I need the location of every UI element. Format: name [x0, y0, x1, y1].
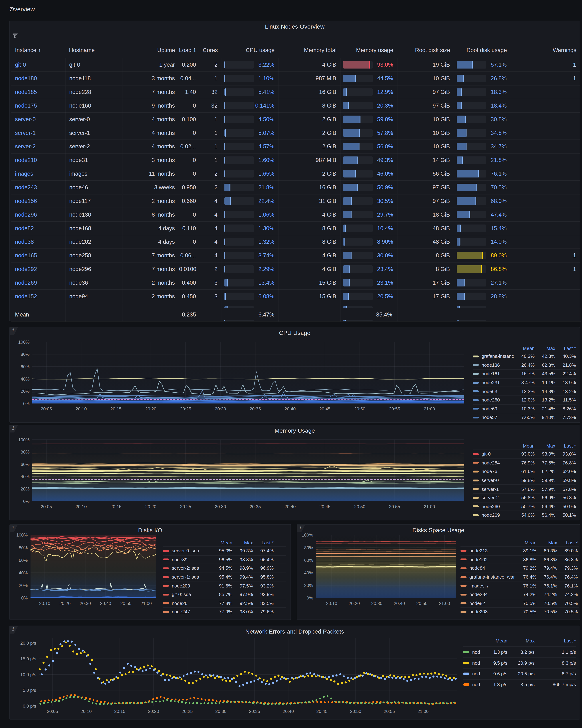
svg-text:40%: 40% [21, 474, 30, 479]
cores-cell: 2 [200, 58, 222, 72]
instance-link[interactable]: node165 [15, 252, 37, 259]
disk-usage-cell: 34.8% [454, 126, 510, 140]
legend-item[interactable]: node256 1.3 p/s3.2 p/s1.1 p/s [463, 646, 576, 657]
legend-item[interactable]: node260 50.7%56.4%50.9% [473, 502, 576, 511]
column-header[interactable]: CPU usage [222, 33, 278, 58]
legend-item[interactable]: node89 96.5%98.8%96.4% [163, 555, 286, 564]
legend-item[interactable]: git-0 93.0%93.0%93.0% [473, 449, 576, 458]
column-header[interactable]: Cores [200, 33, 222, 58]
legend-item[interactable]: node231 8.47%19.1%13.9% [473, 378, 576, 387]
svg-text:20%: 20% [21, 487, 30, 491]
legend-item[interactable]: node209 91.6%97.5%93.2% [163, 581, 286, 590]
instance-link[interactable]: node152 [15, 293, 37, 300]
legend-item[interactable]: node136 26.4%62.3%21.8% [473, 361, 576, 369]
hostname-cell: node228 [65, 85, 122, 99]
column-header[interactable]: Hostname [65, 33, 122, 58]
usage-bar [224, 183, 254, 191]
legend-item[interactable]: git-0: sda 85.7%97.9%93.9% [163, 590, 286, 599]
svg-text:20:30: 20:30 [215, 407, 226, 411]
usage-bar [343, 225, 372, 232]
instance-link[interactable]: server-0 [15, 116, 36, 123]
legend-item[interactable]: node59 1.3 p/s3.5 p/s866.7 mp/s [463, 679, 576, 690]
usage-bar [224, 211, 254, 218]
legend-item[interactable]: node284 76.9%77.5%76.8% [473, 458, 576, 467]
legend-item[interactable]: node178 9.5 p/s20.9 p/s8.3 p/s [463, 657, 576, 668]
instance-link[interactable]: node296 [15, 211, 37, 218]
legend-item[interactable]: node26 77.8%92.5%83.5% [163, 599, 286, 607]
series-color-swatch [163, 558, 169, 561]
hostname-cell: node31 [65, 153, 122, 167]
warnings-cell [511, 222, 580, 235]
svg-text:20:20: 20:20 [148, 709, 159, 714]
instance-link[interactable]: node38 [15, 239, 34, 245]
instance-link[interactable]: node180 [15, 75, 37, 82]
uptime-cell: 7 months [122, 249, 179, 262]
legend-item[interactable]: node284 74.2%74.2%74.2% [461, 590, 579, 599]
legend-item[interactable]: node102 86.8%86.8%86.8% [461, 555, 579, 564]
instance-link[interactable]: node156 [15, 198, 37, 204]
instance-link[interactable]: node175 [15, 102, 37, 109]
column-header[interactable]: Warnings [511, 33, 580, 58]
legend-item[interactable]: grafana-instance 40.3%42.3%40.3% [473, 352, 576, 361]
instance-link[interactable]: git-0 [15, 61, 26, 68]
svg-text:20:55: 20:55 [389, 504, 400, 509]
legend-item[interactable]: node63 13.3%14.8%13.2% [473, 387, 576, 395]
svg-text:20:25: 20:25 [182, 709, 193, 714]
usage-bar [456, 75, 486, 82]
column-header[interactable]: Memory total [278, 33, 340, 58]
legend-item[interactable]: grafana-instance: /var 76.4%76.4%76.4% [461, 572, 579, 581]
legend-item[interactable]: node213 89.1%89.3%89.0% [461, 546, 579, 555]
legend-item[interactable]: node76 61.6%62.2%62.0% [473, 467, 576, 476]
svg-text:20:25: 20:25 [180, 504, 191, 509]
svg-text:21:00: 21:00 [424, 504, 435, 509]
legend-item[interactable]: images: / 76.1%76.1%76.1% [461, 581, 579, 590]
legend-header: MeanMaxLast * [473, 344, 576, 352]
series-color-swatch [163, 567, 169, 569]
instance-link[interactable]: images [15, 171, 33, 177]
column-header[interactable]: Uptime [122, 33, 179, 58]
instance-link[interactable]: node269 [15, 279, 37, 286]
instance-link[interactable]: node185 [15, 89, 37, 95]
instance-link[interactable]: server-2 [15, 143, 36, 150]
legend-item[interactable]: node260 12.0%13.2%11.5% [473, 395, 576, 404]
legend-item[interactable]: node269 54.0%56.4%50.1% [473, 511, 576, 519]
legend-item[interactable]: server-0 59.8%59.9%59.8% [473, 476, 576, 485]
row-header-overview[interactable]: Overview [9, 6, 35, 13]
table-row: node185 node228 7 months 1.40 32 5.41% 1… [11, 85, 580, 99]
series-color-swatch [461, 611, 467, 613]
instance-link[interactable]: node82 [15, 225, 34, 232]
instance-link[interactable]: node292 [15, 266, 37, 272]
column-header[interactable]: Root disk usage [454, 33, 510, 58]
column-header[interactable]: Root disk size [397, 33, 454, 58]
disk-size-cell: 48 GiB [397, 222, 454, 235]
legend-item[interactable]: node69 10.3%21.4%8.26% [473, 404, 576, 413]
disk-usage-cell: 18.3% [454, 85, 510, 99]
legend-item[interactable]: server-1: sda 95.4%99.4%95.8% [163, 572, 286, 581]
table-row: node175 node160 9 months 0 32 0.141% 8 G… [11, 99, 580, 112]
legend-item[interactable]: node198 9.6 p/s20.5 p/s8.7 p/s [463, 668, 576, 679]
svg-text:21:00: 21:00 [439, 601, 450, 606]
column-header[interactable]: Memory usage [340, 33, 397, 58]
svg-text:20%: 20% [19, 583, 28, 588]
legend-item[interactable]: server-0: sda 95.0%99.3%97.4% [163, 546, 286, 555]
load1-cell: 0.100 [179, 112, 200, 126]
legend-item[interactable]: server-1 57.8%57.9%57.8% [473, 485, 576, 493]
legend-item[interactable]: node82 70.5%70.5%70.5% [461, 599, 579, 607]
legend-item[interactable]: node84 79.2%79.4%79.3% [461, 564, 579, 572]
svg-text:21:00: 21:00 [141, 601, 152, 606]
instance-link[interactable]: node210 [15, 157, 37, 163]
legend-item[interactable]: node208 70.5%70.5%70.5% [461, 607, 579, 616]
svg-text:20:40: 20:40 [100, 601, 111, 606]
legend-item[interactable]: server-2: sda 94.5%98.9%96.9% [163, 564, 286, 572]
legend-item[interactable]: node161 16.7%43.5%22.4% [473, 369, 576, 378]
legend-item[interactable]: server-2 56.8%56.9%56.8% [473, 493, 576, 502]
panel-memory-usage: i Memory Usage 0%20%40%60%80%100%20:0520… [9, 424, 580, 520]
legend-item[interactable]: node247 77.9%98.0%79.6% [163, 607, 286, 616]
column-header[interactable]: Instance↑ [11, 33, 65, 58]
instance-link[interactable]: node243 [15, 184, 37, 191]
sort-asc-icon[interactable]: ↑ [38, 47, 41, 53]
legend-item[interactable]: node57 7.65%9.10%7.73% [473, 413, 576, 422]
instance-link[interactable]: server-1 [15, 130, 36, 136]
series-color-swatch [461, 576, 467, 578]
column-header[interactable]: Load 1 [179, 33, 200, 58]
